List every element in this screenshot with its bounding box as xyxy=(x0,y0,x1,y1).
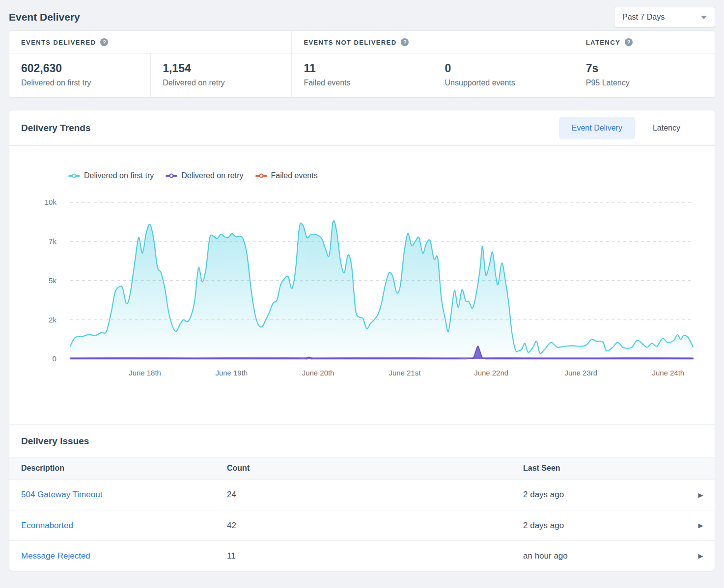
issue-count: 42 xyxy=(227,521,523,531)
stat-delivered-retry: 1,154 Delivered on retry xyxy=(150,53,291,97)
line-marker-icon xyxy=(255,175,267,177)
svg-text:June 20th: June 20th xyxy=(302,369,334,377)
svg-text:10k: 10k xyxy=(45,198,57,206)
stat-failed-events: 11 Failed events xyxy=(291,53,432,97)
issue-link[interactable]: 504 Gateway Timeout xyxy=(21,490,102,499)
latency-label: LATENCY xyxy=(586,39,620,46)
trends-title: Delivery Trends xyxy=(21,123,91,134)
svg-text:June 24th: June 24th xyxy=(652,369,684,377)
column-count: Count xyxy=(227,464,523,473)
stats-values-row: 602,630 Delivered on first try 1,154 Del… xyxy=(9,53,715,97)
svg-text:June 22nd: June 22nd xyxy=(474,369,508,377)
stat-caption: Failed events xyxy=(304,79,420,87)
stat-unsupported-events: 0 Unsupported events xyxy=(433,53,574,97)
chevron-right-icon: ▶ xyxy=(687,522,715,529)
trends-header: Delivery Trends Event Delivery Latency xyxy=(9,110,715,146)
legend-item-first-try[interactable]: Delivered on first try xyxy=(68,171,154,180)
stat-delivered-first-try: 602,630 Delivered on first try xyxy=(9,53,150,97)
chart-legend: Delivered on first try Delivered on retr… xyxy=(68,169,703,182)
stat-value: 0 xyxy=(445,62,562,75)
stat-value: 11 xyxy=(304,62,420,75)
chevron-right-icon: ▶ xyxy=(687,491,715,499)
delivery-trends-panel: Delivery Trends Event Delivery Latency D… xyxy=(9,110,715,571)
events-delivered-label: EVENTS DELIVERED xyxy=(21,39,96,46)
trends-tabs: Event Delivery Latency xyxy=(559,117,693,139)
help-icon[interactable]: ? xyxy=(401,38,409,46)
legend-item-retry[interactable]: Delivered on retry xyxy=(166,171,243,180)
stats-group-events-not-delivered: EVENTS NOT DELIVERED ? xyxy=(291,31,573,53)
issue-last-seen: an hour ago xyxy=(523,551,687,561)
page-title: Event Delivery xyxy=(9,11,80,23)
delivery-issues-section: Delivery Issues Description Count Last S… xyxy=(9,424,715,571)
svg-text:June 19th: June 19th xyxy=(215,369,248,377)
line-marker-icon xyxy=(166,175,177,177)
stat-value: 7s xyxy=(586,62,703,75)
stats-card: EVENTS DELIVERED ? EVENTS NOT DELIVERED … xyxy=(9,30,715,98)
svg-text:0: 0 xyxy=(53,354,56,363)
stat-caption: Delivered on first try xyxy=(21,79,139,87)
issue-row[interactable]: Message Rejected 11 an hour ago ▶ xyxy=(9,540,715,571)
issue-last-seen: 2 days ago xyxy=(523,490,687,500)
svg-text:5k: 5k xyxy=(49,276,56,285)
line-marker-icon xyxy=(68,175,80,177)
delivery-issues-title: Delivery Issues xyxy=(9,425,715,457)
trend-chart-block: Delivered on first try Delivered on retr… xyxy=(9,146,715,424)
events-not-delivered-label: EVENTS NOT DELIVERED xyxy=(304,39,396,46)
stats-group-events-delivered: EVENTS DELIVERED ? xyxy=(9,31,291,53)
stat-p95-latency: 7s P95 Latency xyxy=(574,53,715,97)
issues-table-header: Description Count Last Seen xyxy=(9,457,715,480)
event-delivery-page: Event Delivery Past 7 Days EVENTS DELIVE… xyxy=(0,0,724,588)
issue-link[interactable]: Message Rejected xyxy=(21,551,90,561)
issue-row[interactable]: Econnaborted 42 2 days ago ▶ xyxy=(9,510,715,540)
svg-text:June 18th: June 18th xyxy=(129,369,161,377)
issue-count: 24 xyxy=(227,490,523,500)
time-range-value: Past 7 Days xyxy=(622,13,665,22)
svg-text:7k: 7k xyxy=(49,237,56,245)
svg-text:June 21st: June 21st xyxy=(389,369,421,377)
stat-caption: Unsupported events xyxy=(445,79,562,87)
page-header: Event Delivery Past 7 Days xyxy=(9,0,715,30)
chevron-right-icon: ▶ xyxy=(687,552,715,560)
stat-value: 1,154 xyxy=(163,62,279,75)
delivery-trends-chart: 02k5k7k10kJune 18thJune 19thJune 20thJun… xyxy=(21,185,703,381)
legend-label: Failed events xyxy=(271,171,318,180)
issue-link[interactable]: Econnaborted xyxy=(21,521,73,530)
svg-text:June 23rd: June 23rd xyxy=(564,369,597,377)
issue-count: 11 xyxy=(227,551,523,561)
stats-header-row: EVENTS DELIVERED ? EVENTS NOT DELIVERED … xyxy=(9,31,715,53)
issue-last-seen: 2 days ago xyxy=(523,521,687,531)
legend-label: Delivered on retry xyxy=(181,171,243,180)
legend-item-failed[interactable]: Failed events xyxy=(255,171,318,180)
stats-group-latency: LATENCY ? xyxy=(574,31,715,53)
issue-row[interactable]: 504 Gateway Timeout 24 2 days ago ▶ xyxy=(9,480,715,510)
legend-label: Delivered on first try xyxy=(84,171,154,180)
help-icon[interactable]: ? xyxy=(625,38,633,46)
svg-text:2k: 2k xyxy=(49,316,56,324)
chevron-down-icon xyxy=(701,16,707,19)
column-last-seen: Last Seen xyxy=(523,464,687,473)
column-description: Description xyxy=(9,464,227,473)
stat-caption: P95 Latency xyxy=(586,79,703,87)
stat-caption: Delivered on retry xyxy=(163,79,279,87)
time-range-dropdown[interactable]: Past 7 Days xyxy=(614,7,715,27)
tab-event-delivery[interactable]: Event Delivery xyxy=(559,117,635,139)
help-icon[interactable]: ? xyxy=(100,38,108,46)
tab-latency[interactable]: Latency xyxy=(640,117,693,139)
stat-value: 602,630 xyxy=(21,62,139,75)
